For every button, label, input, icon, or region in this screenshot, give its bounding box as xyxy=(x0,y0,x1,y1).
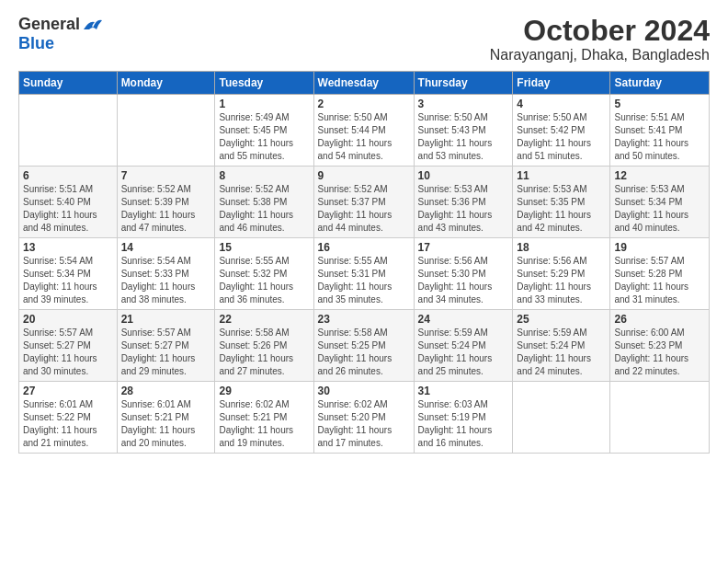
day-info: Sunrise: 5:58 AM Sunset: 5:26 PM Dayligh… xyxy=(219,327,309,378)
day-info: Sunrise: 5:52 AM Sunset: 5:38 PM Dayligh… xyxy=(219,183,309,235)
day-info: Sunrise: 5:57 AM Sunset: 5:28 PM Dayligh… xyxy=(614,255,705,306)
col-friday: Friday xyxy=(513,72,610,95)
day-number: 31 xyxy=(418,385,509,397)
table-row: 12Sunrise: 5:53 AM Sunset: 5:34 PM Dayli… xyxy=(610,167,710,238)
table-row: 31Sunrise: 6:03 AM Sunset: 5:19 PM Dayli… xyxy=(414,382,513,454)
table-row xyxy=(610,382,710,454)
day-info: Sunrise: 5:50 AM Sunset: 5:42 PM Dayligh… xyxy=(517,111,606,163)
day-info: Sunrise: 5:50 AM Sunset: 5:44 PM Dayligh… xyxy=(318,111,410,163)
table-row: 20Sunrise: 5:57 AM Sunset: 5:27 PM Dayli… xyxy=(19,310,118,382)
table-row: 4Sunrise: 5:50 AM Sunset: 5:42 PM Daylig… xyxy=(513,95,610,167)
day-info: Sunrise: 5:55 AM Sunset: 5:31 PM Dayligh… xyxy=(318,255,410,306)
day-info: Sunrise: 5:54 AM Sunset: 5:34 PM Dayligh… xyxy=(23,255,113,306)
day-number: 17 xyxy=(418,241,509,254)
table-row: 13Sunrise: 5:54 AM Sunset: 5:34 PM Dayli… xyxy=(19,238,118,310)
day-number: 22 xyxy=(219,313,309,326)
table-row: 19Sunrise: 5:57 AM Sunset: 5:28 PM Dayli… xyxy=(610,238,710,310)
location: Narayanganj, Dhaka, Bangladesh xyxy=(490,47,710,63)
day-number: 25 xyxy=(517,313,606,326)
logo-general-text: General xyxy=(18,15,80,34)
day-number: 13 xyxy=(23,241,113,254)
calendar: Sunday Monday Tuesday Wednesday Thursday… xyxy=(18,71,710,454)
table-row: 7Sunrise: 5:52 AM Sunset: 5:39 PM Daylig… xyxy=(117,167,215,238)
table-row: 11Sunrise: 5:53 AM Sunset: 5:35 PM Dayli… xyxy=(513,167,610,238)
table-row: 28Sunrise: 6:01 AM Sunset: 5:21 PM Dayli… xyxy=(117,382,215,454)
table-row: 8Sunrise: 5:52 AM Sunset: 5:38 PM Daylig… xyxy=(215,167,313,238)
day-number: 24 xyxy=(418,313,509,326)
table-row: 22Sunrise: 5:58 AM Sunset: 5:26 PM Dayli… xyxy=(215,310,313,382)
calendar-header-row: Sunday Monday Tuesday Wednesday Thursday… xyxy=(19,72,710,95)
table-row: 26Sunrise: 6:00 AM Sunset: 5:23 PM Dayli… xyxy=(610,310,710,382)
table-row: 3Sunrise: 5:50 AM Sunset: 5:43 PM Daylig… xyxy=(414,95,513,167)
day-info: Sunrise: 6:01 AM Sunset: 5:21 PM Dayligh… xyxy=(121,398,211,450)
table-row: 27Sunrise: 6:01 AM Sunset: 5:22 PM Dayli… xyxy=(19,382,118,454)
table-row: 14Sunrise: 5:54 AM Sunset: 5:33 PM Dayli… xyxy=(117,238,215,310)
day-number: 1 xyxy=(219,98,309,110)
day-info: Sunrise: 5:59 AM Sunset: 5:24 PM Dayligh… xyxy=(517,327,606,378)
day-number: 26 xyxy=(614,313,705,326)
day-info: Sunrise: 5:59 AM Sunset: 5:24 PM Dayligh… xyxy=(418,327,509,378)
day-info: Sunrise: 5:54 AM Sunset: 5:33 PM Dayligh… xyxy=(121,255,211,306)
day-info: Sunrise: 6:02 AM Sunset: 5:20 PM Dayligh… xyxy=(318,398,410,450)
day-number: 6 xyxy=(23,169,113,182)
table-row: 23Sunrise: 5:58 AM Sunset: 5:25 PM Dayli… xyxy=(313,310,414,382)
title-area: October 2024 Narayanganj, Dhaka, Banglad… xyxy=(490,15,710,63)
day-info: Sunrise: 5:52 AM Sunset: 5:37 PM Dayligh… xyxy=(318,183,410,235)
day-number: 21 xyxy=(121,313,211,326)
page: General Blue October 2024 Narayanganj, D… xyxy=(0,0,728,563)
day-number: 2 xyxy=(318,98,410,110)
day-number: 28 xyxy=(121,385,211,397)
calendar-week-row: 1Sunrise: 5:49 AM Sunset: 5:45 PM Daylig… xyxy=(19,95,710,167)
header: General Blue October 2024 Narayanganj, D… xyxy=(18,15,710,63)
table-row: 6Sunrise: 5:51 AM Sunset: 5:40 PM Daylig… xyxy=(19,167,118,238)
table-row: 25Sunrise: 5:59 AM Sunset: 5:24 PM Dayli… xyxy=(513,310,610,382)
day-info: Sunrise: 6:00 AM Sunset: 5:23 PM Dayligh… xyxy=(614,327,705,378)
col-sunday: Sunday xyxy=(19,72,118,95)
day-number: 27 xyxy=(23,385,113,397)
logo-blue-text: Blue xyxy=(18,34,54,53)
table-row xyxy=(513,382,610,454)
day-info: Sunrise: 6:02 AM Sunset: 5:21 PM Dayligh… xyxy=(219,398,309,450)
month-title: October 2024 xyxy=(490,15,710,47)
day-number: 23 xyxy=(318,313,410,326)
col-monday: Monday xyxy=(117,72,215,95)
day-number: 8 xyxy=(219,169,309,182)
calendar-week-row: 6Sunrise: 5:51 AM Sunset: 5:40 PM Daylig… xyxy=(19,167,710,238)
logo-bird-icon xyxy=(82,17,102,33)
calendar-week-row: 27Sunrise: 6:01 AM Sunset: 5:22 PM Dayli… xyxy=(19,382,710,454)
day-info: Sunrise: 5:49 AM Sunset: 5:45 PM Dayligh… xyxy=(219,111,309,163)
day-number: 3 xyxy=(418,98,509,110)
day-number: 20 xyxy=(23,313,113,326)
day-info: Sunrise: 5:53 AM Sunset: 5:36 PM Dayligh… xyxy=(418,183,509,235)
col-wednesday: Wednesday xyxy=(313,72,414,95)
day-info: Sunrise: 5:50 AM Sunset: 5:43 PM Dayligh… xyxy=(418,111,509,163)
day-number: 12 xyxy=(614,169,705,182)
table-row: 9Sunrise: 5:52 AM Sunset: 5:37 PM Daylig… xyxy=(313,167,414,238)
day-info: Sunrise: 5:53 AM Sunset: 5:35 PM Dayligh… xyxy=(517,183,606,235)
day-info: Sunrise: 5:55 AM Sunset: 5:32 PM Dayligh… xyxy=(219,255,309,306)
col-tuesday: Tuesday xyxy=(215,72,313,95)
table-row: 17Sunrise: 5:56 AM Sunset: 5:30 PM Dayli… xyxy=(414,238,513,310)
day-info: Sunrise: 5:53 AM Sunset: 5:34 PM Dayligh… xyxy=(614,183,705,235)
day-number: 29 xyxy=(219,385,309,397)
day-info: Sunrise: 5:51 AM Sunset: 5:41 PM Dayligh… xyxy=(614,111,705,163)
day-number: 5 xyxy=(614,98,705,110)
table-row: 21Sunrise: 5:57 AM Sunset: 5:27 PM Dayli… xyxy=(117,310,215,382)
day-number: 19 xyxy=(614,241,705,254)
day-info: Sunrise: 5:56 AM Sunset: 5:29 PM Dayligh… xyxy=(517,255,606,306)
day-info: Sunrise: 5:58 AM Sunset: 5:25 PM Dayligh… xyxy=(318,327,410,378)
day-number: 15 xyxy=(219,241,309,254)
day-number: 4 xyxy=(517,98,606,110)
table-row: 18Sunrise: 5:56 AM Sunset: 5:29 PM Dayli… xyxy=(513,238,610,310)
col-saturday: Saturday xyxy=(610,72,710,95)
day-info: Sunrise: 5:57 AM Sunset: 5:27 PM Dayligh… xyxy=(121,327,211,378)
day-number: 14 xyxy=(121,241,211,254)
table-row: 10Sunrise: 5:53 AM Sunset: 5:36 PM Dayli… xyxy=(414,167,513,238)
logo: General Blue xyxy=(18,15,102,53)
table-row: 2Sunrise: 5:50 AM Sunset: 5:44 PM Daylig… xyxy=(313,95,414,167)
calendar-week-row: 13Sunrise: 5:54 AM Sunset: 5:34 PM Dayli… xyxy=(19,238,710,310)
table-row: 5Sunrise: 5:51 AM Sunset: 5:41 PM Daylig… xyxy=(610,95,710,167)
day-info: Sunrise: 6:03 AM Sunset: 5:19 PM Dayligh… xyxy=(418,398,509,450)
day-number: 18 xyxy=(517,241,606,254)
table-row: 30Sunrise: 6:02 AM Sunset: 5:20 PM Dayli… xyxy=(313,382,414,454)
